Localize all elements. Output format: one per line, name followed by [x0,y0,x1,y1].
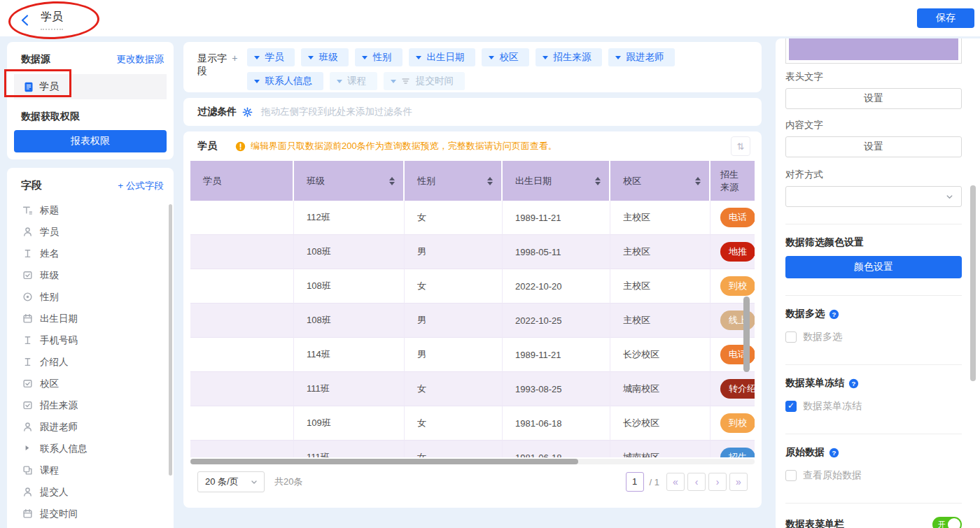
text-icon [22,357,34,368]
add-field-icon[interactable]: + [232,52,237,92]
display-field-chip[interactable]: 课程 [330,72,377,90]
field-item[interactable]: 校区 [14,373,167,394]
source-badge: 电话 [720,208,755,227]
header-text-settings-button[interactable]: 设置 [785,88,962,109]
table-row[interactable]: 108班 男 2022-10-25 主校区 线上 [190,304,755,338]
checkbox-unchecked[interactable] [785,331,797,343]
checkbox-icon [22,378,34,390]
display-field-chip[interactable]: 联系人信息 [247,72,323,90]
field-item[interactable]: 提交时间 [14,503,167,525]
table-row[interactable]: 111班 女 1993-08-25 城南校区 转介绍 [190,372,755,406]
fields-scrollbar[interactable] [169,204,172,476]
table-vertical-scrollbar[interactable] [743,297,750,372]
sort-carets-icon[interactable] [487,177,493,185]
caret-down-icon [254,56,260,59]
display-field-chip[interactable]: 招生来源 [536,48,602,66]
checkbox-checked[interactable] [785,401,797,412]
first-page-button[interactable]: « [666,473,685,491]
menu-bar-toggle[interactable]: 开 [932,517,962,528]
table-row[interactable]: 109班 女 1981-06-18 长沙校区 到校 [190,406,755,441]
alignment-label: 对齐方式 [785,169,962,181]
datasource-title: 数据源 [14,53,50,66]
table-column-header[interactable]: 校区 [610,161,710,201]
display-field-chip[interactable]: 提交时间 [384,72,465,90]
source-badge: 招生 [720,448,755,457]
field-item[interactable]: 姓名 [14,243,167,264]
color-settings-button[interactable]: 颜色设置 [785,256,962,278]
field-item[interactable]: 手机号码 [14,329,167,351]
annotation-rectangle [4,69,71,97]
table-row[interactable]: 112班 女 1989-11-21 主校区 电话 [190,201,755,235]
last-page-button[interactable]: » [729,473,748,491]
field-item[interactable]: 跟进老师 [14,416,167,438]
display-fields-label: 显示字段 [197,52,227,92]
page-size-select[interactable]: 20 条/页 [197,471,265,492]
table-column-header[interactable]: 性别 [405,161,503,201]
table-column-header[interactable]: 招生来源 [710,161,755,201]
field-item[interactable]: 标题 [14,199,167,221]
multi-select-checkbox[interactable]: 数据多选 [785,331,962,343]
fields-title: 字段 [14,179,42,192]
table-row[interactable]: 108班 女 2022-10-20 主校区 到校 [190,269,755,304]
table-column-header[interactable]: 班级 [294,161,405,201]
menu-bar-label: 数据表菜单栏 [785,518,844,528]
content-text-settings-button[interactable]: 设置 [785,136,962,157]
sort-order-button[interactable]: ⇅ [731,136,750,156]
display-field-chip[interactable]: 学员 [247,48,295,66]
change-datasource-link[interactable]: 更改数据源 [117,53,167,66]
field-item[interactable]: 性别 [14,286,167,308]
display-field-chip[interactable]: 校区 [482,48,529,66]
notice-text: 编辑界面只取数据源前200条作为查询数据预览，完整数据请访问页面查看。 [251,140,557,152]
source-badge: 转介绍 [720,379,755,399]
display-field-chip[interactable]: 性别 [355,48,402,66]
person-icon [22,422,34,433]
calendar-icon [22,313,34,324]
divider [785,224,962,224]
table-column-header[interactable]: 学员 [190,161,294,201]
menu-freeze-checkbox[interactable]: 数据菜单冻结 [785,400,962,413]
display-field-chip[interactable]: 出生日期 [409,48,475,66]
table-row[interactable]: 114班 男 1989-11-21 长沙校区 电话 [190,338,755,372]
field-item[interactable]: 提交人 [14,481,167,503]
raw-data-checkbox[interactable]: 查看原始数据 [785,469,962,482]
person-icon [22,487,34,498]
alignment-select[interactable] [785,186,962,207]
display-field-chip[interactable]: 班级 [301,48,349,66]
content-text-label: 内容文字 [785,119,962,131]
display-field-chip[interactable]: 跟进老师 [608,48,675,66]
gear-icon[interactable] [242,107,253,117]
field-item[interactable]: 招生来源 [14,394,167,416]
formula-field-link[interactable]: + 公式字段 [118,180,167,192]
field-item[interactable]: 学员 [14,221,167,243]
page-number-input[interactable]: 1 [626,472,644,492]
table-body: 112班 女 1989-11-21 主校区 电话 108班 男 1998-05-… [190,201,755,457]
header-text-label: 表头文字 [785,71,962,83]
prev-page-button[interactable]: ‹ [687,473,706,491]
table-row[interactable]: 111班 女 1981-06-18 城南校区 招生 [190,441,755,457]
filter-dropzone[interactable]: 拖动左侧字段到此处来添加过滤条件 [261,106,412,118]
save-button[interactable]: 保存 [917,8,974,28]
help-icon[interactable]: ? [848,378,859,389]
sort-carets-icon[interactable] [695,177,701,185]
caret-down-icon [542,56,548,59]
help-icon[interactable]: ? [829,309,839,320]
checkbox-unchecked[interactable] [785,470,797,481]
field-item[interactable]: 联系人信息 [14,438,167,459]
table-column-header[interactable]: 出生日期 [503,161,610,201]
help-icon[interactable]: ? [829,448,839,458]
table-row[interactable]: 108班 男 1998-05-11 主校区 地推 [190,235,755,269]
topbar: 学员 保存 [0,0,980,36]
field-item[interactable]: 介绍人 [14,351,167,373]
field-item[interactable]: 出生日期 [14,308,167,329]
table-horizontal-scrollbar[interactable] [190,459,755,464]
next-page-button[interactable]: › [708,473,727,491]
field-item[interactable]: 班级 [14,264,167,286]
page-title: 学员 [41,10,63,30]
field-item[interactable]: 课程 [14,459,167,481]
back-icon[interactable] [20,14,31,27]
sort-carets-icon[interactable] [595,177,601,185]
sort-carets-icon[interactable] [389,177,395,185]
header-color-swatch[interactable] [785,38,962,64]
page-scrollbar[interactable] [970,185,976,381]
report-permission-button[interactable]: 报表权限 [14,130,167,152]
